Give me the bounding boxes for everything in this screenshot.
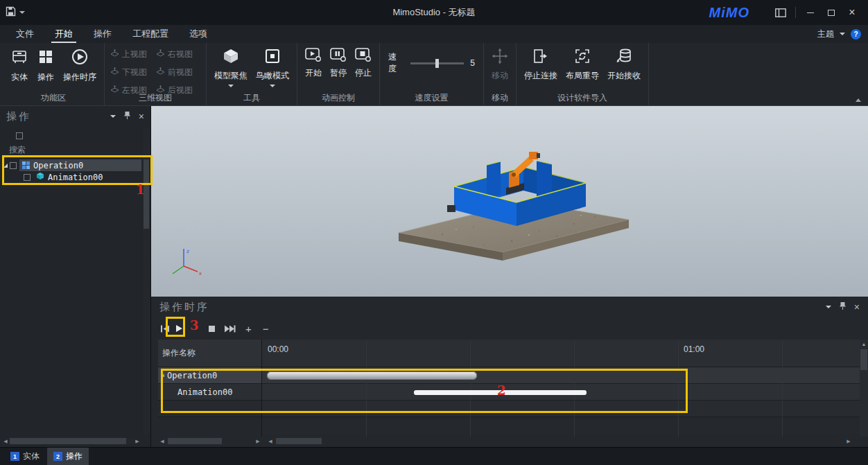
- stop-record-icon: [355, 48, 372, 64]
- scrollbar-thumb[interactable]: [168, 438, 222, 444]
- add-row-button[interactable]: +: [245, 321, 252, 336]
- theme-dropdown-icon[interactable]: [840, 33, 845, 35]
- tab-start[interactable]: 开始: [44, 25, 83, 43]
- model-focus-button[interactable]: 模型聚焦: [212, 46, 250, 89]
- play-record-icon: [305, 48, 322, 64]
- remove-row-button[interactable]: −: [263, 321, 269, 336]
- maximize-button[interactable]: [821, 2, 842, 23]
- tab-operation-bottom[interactable]: 2 操作: [47, 448, 89, 465]
- svg-text:x: x: [199, 270, 202, 277]
- statusbar: 1 实体 2 操作: [0, 447, 868, 465]
- ribbon: 实体 操作 操作时序 功能区 上视图 右视图 下视图 前视图 左视图: [0, 43, 868, 106]
- layout-reimport-button[interactable]: 布局重导: [564, 46, 601, 84]
- expander-icon[interactable]: [3, 164, 8, 168]
- tab-operation[interactable]: 操作: [83, 25, 122, 43]
- panel-dropdown-icon[interactable]: [110, 115, 116, 118]
- scroll-up-icon[interactable]: ▲: [860, 340, 868, 348]
- menubar: 文件 开始 操作 工程配置 选项 主题 ?: [0, 25, 868, 43]
- entity-tab-number-icon: 1: [10, 452, 19, 461]
- timeline-name-column: 操作名称 Operation0 Animation00: [158, 340, 262, 437]
- panel-horizontal-scrollbar[interactable]: ◀ ▶: [1, 437, 141, 445]
- node-checkbox[interactable]: [10, 162, 17, 169]
- name-column-header: 操作名称: [158, 340, 261, 367]
- stop-button[interactable]: [209, 321, 215, 336]
- play-button[interactable]: [175, 321, 183, 336]
- namecol-horizontal-scrollbar[interactable]: ◀ ▶: [158, 437, 262, 445]
- node-checkbox[interactable]: [24, 174, 31, 181]
- skip-to-end-button[interactable]: [224, 321, 236, 336]
- operation-sequence-button[interactable]: 操作时序: [61, 46, 98, 85]
- theme-selector[interactable]: 主题: [817, 28, 834, 40]
- search-label[interactable]: 搜索: [9, 144, 150, 156]
- anim-stop-button[interactable]: 停止: [353, 46, 374, 81]
- ribbon-group-3d-view: 上视图 右视图 下视图 前视图 左视图 后视图 三维视图: [105, 43, 207, 105]
- view-plane-icon: [156, 67, 165, 78]
- time-ruler: 00:00 01:00: [262, 340, 860, 367]
- stop-connection-button[interactable]: 停止连接: [522, 46, 559, 84]
- operation-button[interactable]: 操作: [35, 46, 57, 85]
- move-button[interactable]: 移动: [489, 46, 510, 84]
- 3d-scene: z x: [151, 106, 868, 297]
- operation-sequence-panel: 操作时序 × + − 操作名称 Operation0: [151, 297, 868, 447]
- timeline-horizontal-scrollbar[interactable]: ◀ ▶: [266, 437, 853, 445]
- svg-text:z: z: [186, 248, 189, 254]
- anim-start-button[interactable]: 开始: [303, 46, 324, 81]
- scrollbar-thumb[interactable]: [860, 349, 867, 370]
- save-icon[interactable]: [6, 6, 16, 19]
- panel-dropdown-icon[interactable]: [826, 306, 831, 308]
- tab-options[interactable]: 选项: [179, 25, 218, 43]
- scroll-left-icon[interactable]: ◀: [1, 439, 10, 444]
- scroll-left-icon[interactable]: ◀: [266, 439, 275, 444]
- ribbon-collapse-icon[interactable]: [856, 98, 861, 102]
- timeline-grid[interactable]: 00:00 01:00: [262, 340, 860, 437]
- pin-icon[interactable]: [840, 301, 846, 313]
- animation00-duration-bar[interactable]: [414, 390, 587, 395]
- tree-node-label: Operation0: [33, 161, 83, 170]
- tab-project-config[interactable]: 工程配置: [122, 25, 179, 43]
- timeline-row-animation00[interactable]: Animation00: [158, 384, 261, 401]
- tree-item-operation0[interactable]: Operation0: [0, 159, 150, 171]
- scrollbar-thumb[interactable]: [276, 438, 322, 444]
- quick-access-dropdown-icon[interactable]: [19, 11, 25, 14]
- top-view-button[interactable]: 上视图: [110, 49, 155, 60]
- view-plane-icon: [110, 49, 119, 60]
- speed-slider-thumb[interactable]: [435, 59, 439, 68]
- anim-pause-button[interactable]: 暂停: [328, 46, 349, 81]
- scroll-right-icon[interactable]: ▶: [133, 439, 141, 444]
- front-view-button[interactable]: 前视图: [156, 67, 200, 78]
- tab-entity[interactable]: 1 实体: [4, 448, 46, 465]
- panel-close-icon[interactable]: ×: [139, 112, 144, 121]
- help-button[interactable]: ?: [851, 29, 861, 40]
- panel-close-icon[interactable]: ×: [854, 302, 860, 312]
- bottom-view-button[interactable]: 下视图: [110, 67, 155, 78]
- entity-icon: [10, 48, 28, 69]
- panel-vertical-scrollbar[interactable]: [143, 128, 150, 435]
- start-receive-button[interactable]: 开始接收: [605, 46, 643, 84]
- workspace-layout-icon[interactable]: [770, 2, 791, 23]
- filter-checkbox[interactable]: [16, 132, 23, 139]
- tab-file[interactable]: 文件: [6, 25, 44, 43]
- timeline-vertical-scrollbar[interactable]: ▲: [860, 340, 868, 437]
- mimo-logo: MiMO: [709, 5, 749, 21]
- scroll-right-icon[interactable]: ▶: [844, 439, 853, 444]
- timeline-row-operation0[interactable]: Operation0: [158, 367, 261, 384]
- viewport-3d[interactable]: z x: [151, 106, 868, 297]
- birdseye-mode-button[interactable]: 鸟瞰模式: [254, 46, 291, 89]
- speed-slider[interactable]: [410, 62, 464, 64]
- ribbon-group-animation: 开始 暂停 停止 动画控制: [297, 43, 380, 105]
- scroll-right-icon[interactable]: ▶: [254, 439, 262, 444]
- tree-item-animation00[interactable]: Animation00: [0, 171, 150, 183]
- operation0-duration-bar[interactable]: [267, 371, 477, 380]
- skip-to-start-button[interactable]: [160, 321, 170, 336]
- scrollbar-thumb[interactable]: [144, 159, 149, 229]
- minimize-button[interactable]: [800, 2, 821, 23]
- operation-tree: Operation0 Animation00: [0, 159, 150, 183]
- entity-button[interactable]: 实体: [8, 46, 31, 85]
- close-button[interactable]: ×: [842, 2, 862, 23]
- pin-icon[interactable]: [124, 110, 130, 123]
- scrollbar-thumb[interactable]: [10, 438, 126, 444]
- scroll-left-icon[interactable]: ◀: [158, 439, 166, 444]
- right-view-button[interactable]: 右视图: [156, 49, 200, 60]
- ribbon-group-function: 实体 操作 操作时序 功能区: [3, 43, 105, 105]
- expander-icon[interactable]: [161, 374, 164, 377]
